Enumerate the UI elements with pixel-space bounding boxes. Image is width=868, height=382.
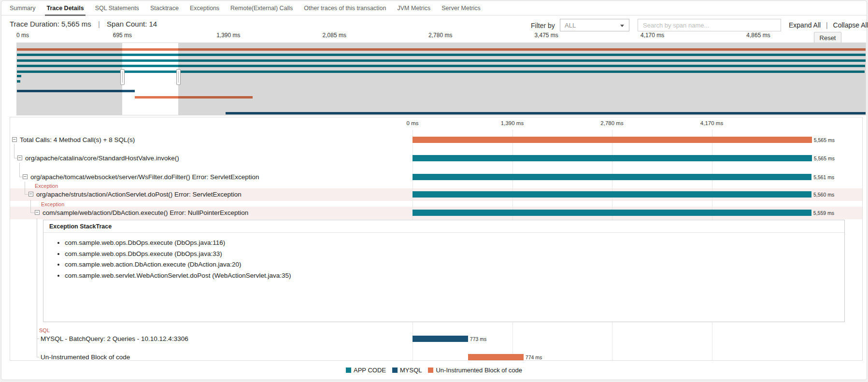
exception-tag: Exception — [35, 183, 58, 189]
chevron-down-icon — [620, 25, 624, 27]
span-duration-value: 5,561 ms — [813, 174, 834, 180]
tab-stacktrace[interactable]: Stacktrace — [150, 1, 179, 15]
legend-swatch-icon — [346, 368, 351, 373]
tab-sql-statements[interactable]: SQL Statements — [95, 1, 139, 15]
span-label[interactable]: com/sample/web/action/DbAction.execute()… — [43, 209, 248, 216]
tree-axis-tick-label: 1,390 ms — [501, 120, 524, 126]
tree-axis-tick-label: 4,170 ms — [700, 120, 723, 126]
tree-row[interactable]: −org/apache/struts/action/ActionServlet.… — [10, 190, 862, 199]
legend-item-mysql: MYSQL — [392, 367, 422, 374]
span-duration-value: 5,565 ms — [814, 137, 835, 143]
legend-swatch-icon — [392, 368, 398, 373]
tree-row[interactable]: −org/apache/catalina/core/StandardHostVa… — [10, 154, 862, 163]
span-duration-bar[interactable] — [413, 336, 468, 342]
tab-summary[interactable]: Summary — [10, 1, 35, 15]
legend-label: MYSQL — [400, 367, 422, 374]
span-label[interactable]: Un-Instrumented Block of code — [41, 354, 130, 361]
span-label[interactable]: org/apache/tomcat/websocket/server/WsFil… — [30, 173, 259, 181]
stacktrace-frame: com.sample.web.ops.DbOps.execute (DbOps.… — [65, 238, 844, 249]
span-duration-bar[interactable] — [413, 174, 811, 180]
minimap-unselected-left — [17, 43, 122, 115]
tree-row[interactable]: MYSQL - BatchQuery: 2 Queries - 10.10.12… — [10, 334, 862, 344]
trace-duration-value: 5,565 ms — [61, 20, 91, 28]
legend-label: Un-Instrumented Block of code — [436, 367, 522, 374]
chart-legend: APP CODEMYSQLUn-Instrumented Block of co… — [1, 367, 867, 374]
timeline-minimap[interactable] — [16, 42, 866, 115]
filter-dropdown[interactable]: ALL — [560, 19, 629, 31]
stacktrace-frame-list: com.sample.web.ops.DbOps.execute (DbOps.… — [65, 238, 844, 281]
minimap-axis-tick-label: 2,085 ms — [323, 32, 346, 39]
tab-jvm-metrics[interactable]: JVM Metrics — [398, 1, 431, 15]
collapse-toggle-icon[interactable]: − — [17, 156, 22, 160]
minimap-unselected-right — [178, 43, 866, 115]
minimap-axis-tick-label: 0 ms — [16, 32, 29, 39]
sql-tag: SQL — [39, 327, 50, 333]
legend-label: APP CODE — [354, 367, 386, 374]
collapse-toggle-icon[interactable]: − — [28, 192, 33, 197]
minimap-left-handle[interactable] — [120, 69, 125, 85]
filter-by-label: Filter by — [531, 22, 555, 29]
tab-trace-details[interactable]: Trace Details — [46, 1, 84, 15]
span-duration-bar[interactable] — [413, 137, 812, 143]
trace-details-panel: SummaryTrace DetailsSQL StatementsStackt… — [1, 0, 867, 380]
expand-all-button[interactable]: Expand All — [789, 21, 821, 29]
tree-axis-tick-label: 0 ms — [407, 120, 419, 126]
collapse-toggle-icon[interactable]: − — [23, 174, 28, 179]
span-duration-value: 5,565 ms — [814, 156, 835, 161]
exception-tag: Exception — [41, 201, 64, 207]
tab-exceptions[interactable]: Exceptions — [190, 1, 219, 15]
span-label[interactable]: Total Calls: 4 Method Call(s) + 8 SQL(s) — [20, 136, 135, 143]
span-duration-value: 774 ms — [526, 354, 542, 360]
minimap-axis-tick-label: 2,780 ms — [428, 32, 452, 39]
tree-row[interactable]: Un-Instrumented Block of code774 ms — [10, 353, 862, 362]
trace-duration-label: Trace Duration: — [10, 20, 59, 28]
tab-other-traces-of-this-transaction[interactable]: Other traces of this transaction — [304, 1, 386, 15]
minimap-axis-tick-label: 4,865 ms — [746, 32, 770, 39]
exception-stacktrace-panel: Exception StackTrace com.sample.web.ops.… — [43, 220, 845, 322]
span-duration-value: 5,559 ms — [813, 210, 834, 216]
span-search — [638, 19, 781, 31]
expand-collapse-links: Expand All | Collapse All — [789, 21, 868, 29]
collapse-toggle-icon[interactable]: − — [12, 137, 17, 142]
stacktrace-frame: com.sample.web.ops.DbOps.execute (DbOps.… — [65, 249, 844, 260]
span-tree: Exception StackTrace com.sample.web.ops.… — [10, 117, 863, 361]
tree-axis-tick-label: 2,780 ms — [600, 120, 623, 126]
span-label[interactable]: org/apache/catalina/core/StandardHostVal… — [25, 155, 179, 162]
links-separator: | — [826, 21, 828, 29]
span-label[interactable]: org/apache/struts/action/ActionServlet.d… — [36, 191, 242, 198]
tree-row[interactable]: −org/apache/tomcat/websocket/server/WsFi… — [10, 172, 862, 182]
collapse-toggle-icon[interactable]: − — [35, 210, 40, 215]
tree-row[interactable]: −com/sample/web/action/DbAction.execute(… — [10, 208, 862, 218]
stacktrace-title: Exception StackTrace — [43, 220, 844, 233]
span-duration-bar[interactable] — [413, 155, 812, 161]
span-duration-bar[interactable] — [413, 210, 811, 216]
span-duration-value: 5,560 ms — [813, 192, 834, 198]
tree-row[interactable]: −Total Calls: 4 Method Call(s) + 8 SQL(s… — [10, 135, 862, 145]
meta-separator: | — [98, 20, 100, 28]
span-count-value: 14 — [149, 20, 157, 28]
trace-meta: Trace Duration: 5,565 ms | Span Count: 1… — [10, 20, 157, 28]
minimap-axis-tick-label: 4,170 ms — [640, 32, 664, 39]
span-duration-value: 773 ms — [470, 336, 486, 342]
collapse-all-button[interactable]: Collapse All — [833, 21, 868, 29]
span-count-label: Span Count: — [107, 20, 147, 28]
stacktrace-frame: com.sample.web.action.DbAction.execute (… — [65, 259, 844, 270]
span-search-input[interactable] — [638, 19, 781, 31]
reset-button[interactable]: Reset — [814, 32, 841, 43]
tab-remote-external-calls[interactable]: Remote(External) Calls — [230, 1, 293, 15]
legend-item-app: APP CODE — [346, 367, 386, 374]
minimap-axis-tick-label: 3,475 ms — [534, 32, 558, 39]
legend-swatch-icon — [428, 368, 433, 373]
legend-item-uninstrumented: Un-Instrumented Block of code — [428, 367, 522, 374]
span-label[interactable]: MYSQL - BatchQuery: 2 Queries - 10.10.12… — [41, 335, 188, 342]
minimap-right-handle[interactable] — [176, 69, 181, 85]
minimap-axis-tick-label: 1,390 ms — [216, 32, 240, 39]
minimap-axis-tick-label: 695 ms — [113, 32, 132, 39]
tab-server-metrics[interactable]: Server Metrics — [441, 1, 481, 15]
filter-selected-value: ALL — [565, 22, 576, 29]
span-duration-bar[interactable] — [413, 191, 811, 198]
tab-bar: SummaryTrace DetailsSQL StatementsStackt… — [1, 1, 867, 15]
stacktrace-frame: com.sample.web.servlet.WebActionServlet.… — [65, 270, 844, 282]
span-duration-bar[interactable] — [468, 354, 524, 360]
